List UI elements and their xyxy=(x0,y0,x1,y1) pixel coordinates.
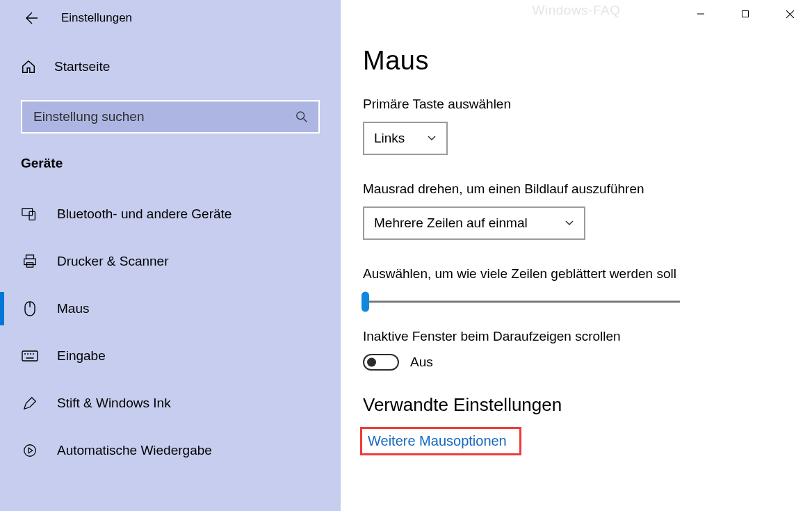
sidebar-item-home[interactable]: Startseite xyxy=(0,49,341,85)
sidebar: Einstellungen Startseite Geräte xyxy=(0,0,341,511)
devices-icon xyxy=(21,207,39,221)
autoplay-icon xyxy=(21,443,39,458)
minimize-button[interactable] xyxy=(679,0,723,28)
close-button[interactable] xyxy=(768,0,812,28)
app-title: Einstellungen xyxy=(61,11,132,25)
setting-inactive-scroll: Inaktive Fenster beim Daraufzeigen scrol… xyxy=(363,329,812,371)
wheel-scroll-dropdown[interactable]: Mehrere Zeilen auf einmal xyxy=(363,206,585,240)
toggle-state-text: Aus xyxy=(410,355,433,370)
chevron-down-icon xyxy=(565,220,574,227)
window-controls xyxy=(679,0,812,28)
watermark-text: Windows-FAQ xyxy=(533,3,621,18)
setting-label: Auswählen, um wie viele Zeilen geblätter… xyxy=(363,266,812,282)
svg-rect-4 xyxy=(26,255,34,259)
svg-marker-16 xyxy=(29,448,33,453)
printer-icon xyxy=(21,254,39,269)
sidebar-item-pen[interactable]: Stift & Windows Ink xyxy=(0,380,341,427)
primary-button-dropdown[interactable]: Links xyxy=(363,122,448,155)
svg-rect-5 xyxy=(24,259,36,264)
svg-rect-9 xyxy=(22,351,38,361)
home-icon xyxy=(21,59,36,74)
nav-label: Maus xyxy=(57,301,89,316)
page-title: Maus xyxy=(363,46,812,76)
nav-label: Drucker & Scanner xyxy=(57,254,169,269)
back-button[interactable] xyxy=(17,4,44,32)
dropdown-value: Links xyxy=(374,131,405,146)
sidebar-item-autoplay[interactable]: Automatische Wiedergabe xyxy=(0,427,341,474)
svg-point-0 xyxy=(297,112,304,120)
nav-label: Stift & Windows Ink xyxy=(57,396,171,411)
nav-label: Eingabe xyxy=(57,348,106,364)
mouse-icon xyxy=(21,300,39,317)
link-text: Weitere Mausoptionen xyxy=(368,433,507,448)
setting-wheel-scroll: Mausrad drehen, um einen Bildlauf auszuf… xyxy=(363,181,812,240)
search-icon xyxy=(295,110,309,124)
home-label: Startseite xyxy=(54,59,110,74)
toggle-knob xyxy=(367,358,376,367)
setting-primary-button: Primäre Taste auswählen Links xyxy=(363,97,812,155)
related-settings-title: Verwandte Einstellungen xyxy=(363,394,812,416)
maximize-icon xyxy=(741,10,749,18)
maximize-button[interactable] xyxy=(723,0,768,28)
setting-label: Mausrad drehen, um einen Bildlauf auszuf… xyxy=(363,181,812,197)
sidebar-item-bluetooth[interactable]: Bluetooth- und andere Geräte xyxy=(0,190,341,238)
pen-icon xyxy=(21,396,39,411)
sidebar-section-title: Geräte xyxy=(0,156,341,171)
slider-track xyxy=(363,301,680,303)
setting-label: Inaktive Fenster beim Daraufzeigen scrol… xyxy=(363,329,812,344)
arrow-left-icon xyxy=(24,11,38,25)
dropdown-value: Mehrere Zeilen auf einmal xyxy=(374,216,528,231)
svg-line-1 xyxy=(304,119,307,122)
keyboard-icon xyxy=(21,350,39,362)
search-input[interactable] xyxy=(32,108,295,125)
lines-slider[interactable] xyxy=(363,293,680,311)
slider-thumb[interactable] xyxy=(362,292,369,312)
chevron-down-icon xyxy=(427,135,437,142)
setting-label: Primäre Taste auswählen xyxy=(363,97,812,112)
sidebar-item-typing[interactable]: Eingabe xyxy=(0,332,341,380)
main-content: Windows-FAQ Maus Primäre Taste auswählen… xyxy=(341,0,812,511)
minimize-icon xyxy=(697,10,705,18)
more-mouse-options-link[interactable]: Weitere Mausoptionen xyxy=(360,427,521,455)
sidebar-item-mouse[interactable]: Maus xyxy=(0,285,341,332)
sidebar-item-printers[interactable]: Drucker & Scanner xyxy=(0,238,341,285)
nav-label: Automatische Wiedergabe xyxy=(57,443,212,458)
svg-point-15 xyxy=(24,445,36,457)
sidebar-header: Einstellungen xyxy=(0,0,341,36)
close-icon xyxy=(786,10,795,19)
nav-label: Bluetooth- und andere Geräte xyxy=(57,206,232,222)
svg-rect-18 xyxy=(742,11,749,17)
nav-list: Bluetooth- und andere Geräte Drucker & S… xyxy=(0,190,341,474)
setting-lines: Auswählen, um wie viele Zeilen geblätter… xyxy=(363,266,812,311)
search-box[interactable] xyxy=(21,100,320,133)
inactive-scroll-toggle[interactable] xyxy=(363,354,399,371)
